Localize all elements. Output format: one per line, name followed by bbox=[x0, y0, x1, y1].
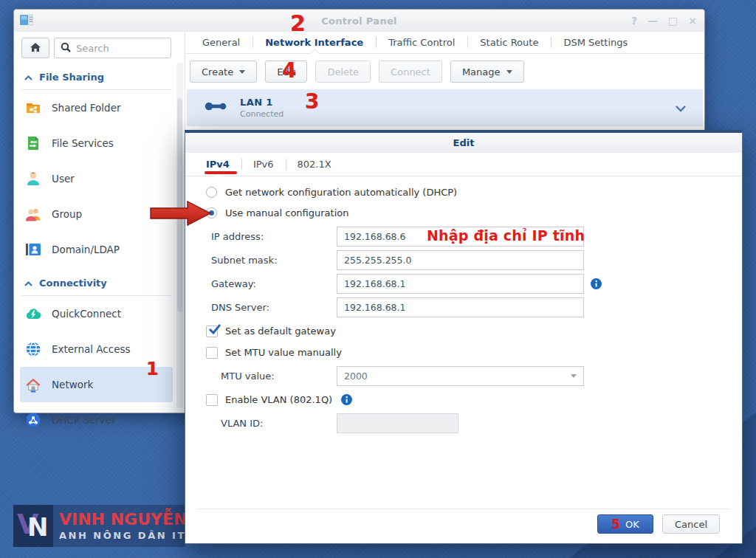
sidebar-section-file-sharing[interactable]: File Sharing bbox=[21, 72, 171, 90]
tab-label: IPv4 bbox=[206, 159, 230, 170]
domain-ldap-icon bbox=[24, 241, 42, 258]
gateway-input[interactable] bbox=[337, 274, 584, 294]
home-button[interactable] bbox=[21, 38, 49, 58]
lan-connection-icon bbox=[205, 100, 228, 116]
sidebar-item-quickconnect[interactable]: QuickConnect bbox=[20, 296, 173, 331]
sidebar-item-label: Shared Folder bbox=[52, 102, 121, 114]
tab-dsm-settings[interactable]: DSM Settings bbox=[551, 32, 640, 53]
help-icon[interactable]: ? bbox=[631, 16, 637, 26]
sidebar-item-label: Group bbox=[52, 208, 82, 220]
tab-label: Static Route bbox=[480, 37, 538, 48]
mtu-select[interactable]: 2000 bbox=[337, 366, 584, 386]
field-row-mtu: MTU value: 2000 bbox=[221, 366, 742, 386]
watermark-title: VINH NGUYỄN bbox=[59, 511, 185, 528]
tab-static-route[interactable]: Static Route bbox=[467, 32, 551, 53]
sidebar-item-shared-folder[interactable]: Shared Folder bbox=[20, 90, 173, 125]
close-icon[interactable]: × bbox=[688, 16, 697, 26]
radio-label: Get network configuration automatically … bbox=[225, 187, 457, 198]
interface-row-lan1[interactable]: LAN 1 Connected bbox=[187, 89, 703, 126]
tab-label: General bbox=[202, 37, 240, 48]
checkbox-label: Set MTU value manually bbox=[225, 347, 342, 358]
window-title: Control Panel bbox=[14, 16, 704, 27]
field-row-gateway: Gateway: bbox=[211, 274, 742, 294]
tab-strip: General Network Interface Traffic Contro… bbox=[185, 32, 704, 54]
tab-8021x[interactable]: 802.1X bbox=[286, 153, 343, 176]
tab-traffic-control[interactable]: Traffic Control bbox=[376, 32, 467, 53]
vlan-id-input bbox=[337, 413, 458, 433]
field-label: VLAN ID: bbox=[221, 418, 337, 429]
dns-server-input[interactable] bbox=[337, 297, 584, 317]
shared-folder-icon bbox=[24, 99, 42, 117]
field-label: Subnet mask: bbox=[211, 255, 337, 266]
checkbox-mtu-manual[interactable]: Set MTU value manually bbox=[206, 342, 742, 362]
cancel-button[interactable]: Cancel bbox=[662, 514, 720, 534]
subnet-mask-input[interactable] bbox=[337, 250, 584, 270]
radio-button-icon[interactable] bbox=[206, 187, 217, 198]
radio-manual[interactable]: Use manual configuration bbox=[206, 203, 742, 223]
sidebar-item-label: User bbox=[52, 173, 75, 185]
radio-dhcp[interactable]: Get network configuration automatically … bbox=[206, 182, 742, 202]
select-value: 2000 bbox=[344, 371, 368, 382]
button-label: Manage bbox=[462, 66, 501, 78]
checkbox-enable-vlan[interactable]: Enable VLAN (802.1Q) bbox=[206, 390, 742, 410]
manage-button[interactable]: Manage bbox=[450, 61, 524, 83]
caret-down-icon bbox=[239, 70, 245, 74]
interface-name: LAN 1 bbox=[240, 97, 284, 108]
section-label: Connectivity bbox=[39, 278, 107, 289]
dialog-titlebar[interactable]: Edit bbox=[185, 133, 742, 153]
sidebar-scrollbar[interactable] bbox=[176, 63, 183, 408]
checkbox-default-gateway[interactable]: Set as default gateway bbox=[206, 321, 742, 341]
annotation-ip-note: Nhập địa chỉ IP tĩnh bbox=[427, 227, 585, 244]
annotation-step-4: 4 bbox=[282, 58, 296, 83]
button-label: Delete bbox=[327, 66, 359, 78]
sidebar-item-file-services[interactable]: File Services bbox=[20, 125, 173, 161]
checkbox-unchecked-icon[interactable] bbox=[206, 394, 218, 406]
tab-label: Traffic Control bbox=[388, 37, 455, 48]
section-label: File Sharing bbox=[39, 72, 104, 83]
button-label: Create bbox=[202, 66, 233, 78]
maximize-icon[interactable]: □ bbox=[668, 16, 678, 26]
dialog-footer: 5 OK Cancel bbox=[197, 509, 730, 543]
tab-general[interactable]: General bbox=[190, 32, 252, 53]
network-icon bbox=[24, 376, 42, 393]
file-services-icon bbox=[24, 134, 42, 152]
sidebar-section-connectivity[interactable]: Connectivity bbox=[21, 278, 171, 296]
window-titlebar[interactable]: Control Panel ? — □ × bbox=[14, 10, 704, 32]
search-box[interactable] bbox=[54, 38, 171, 58]
field-label: Gateway: bbox=[211, 278, 337, 289]
checkbox-checked-icon[interactable] bbox=[206, 326, 218, 337]
create-button[interactable]: Create bbox=[190, 61, 257, 83]
info-icon[interactable] bbox=[591, 278, 602, 289]
sidebar-item-dhcp-server[interactable]: DHCP Server bbox=[20, 402, 173, 438]
tab-ipv6[interactable]: IPv6 bbox=[241, 153, 286, 176]
sidebar-item-label: External Access bbox=[52, 343, 131, 355]
sidebar-item-label: Domain/LDAP bbox=[52, 244, 120, 255]
tab-network-interface[interactable]: Network Interface bbox=[252, 32, 376, 53]
sidebar-item-label: Network bbox=[52, 379, 93, 390]
checkbox-label: Enable VLAN (802.1Q) bbox=[225, 394, 332, 405]
home-icon bbox=[30, 41, 41, 55]
watermark-logo: V N bbox=[13, 505, 53, 547]
sidebar-item-user[interactable]: User bbox=[20, 161, 173, 196]
sidebar-item-domain-ldap[interactable]: Domain/LDAP bbox=[20, 232, 173, 267]
annotation-step-3: 3 bbox=[305, 89, 319, 114]
external-access-icon bbox=[24, 340, 42, 358]
dialog-tab-strip: IPv4 IPv6 802.1X bbox=[185, 153, 742, 176]
chevron-up-icon bbox=[24, 72, 32, 83]
search-input[interactable] bbox=[76, 43, 165, 54]
toolbar: Create Edit Delete Connect Manage bbox=[190, 61, 704, 83]
field-row-subnet-mask: Subnet mask: bbox=[211, 250, 742, 270]
checkbox-unchecked-icon[interactable] bbox=[206, 347, 218, 359]
info-icon[interactable] bbox=[341, 394, 352, 405]
chevron-down-icon[interactable] bbox=[675, 101, 687, 115]
field-label: DNS Server: bbox=[211, 302, 337, 313]
field-row-vlan-id: VLAN ID: bbox=[221, 413, 742, 433]
quickconnect-icon bbox=[24, 305, 42, 323]
monogram-n: N bbox=[27, 512, 48, 542]
ok-button[interactable]: 5 OK bbox=[597, 514, 653, 534]
user-icon bbox=[24, 170, 42, 187]
search-icon bbox=[61, 41, 71, 55]
minimize-icon[interactable]: — bbox=[647, 16, 658, 26]
sidebar-item-label: DHCP Server bbox=[52, 414, 116, 426]
tab-label: Network Interface bbox=[265, 37, 363, 48]
